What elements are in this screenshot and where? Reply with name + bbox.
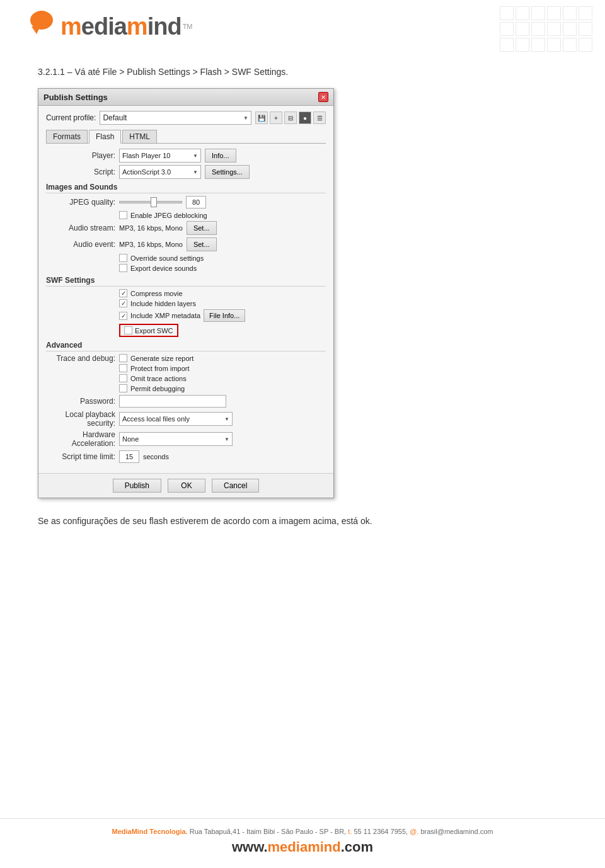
main-content: 3.2.1.1 – Vá até File > Publish Settings… <box>0 48 605 545</box>
profile-select[interactable]: Default ▼ <box>100 111 251 125</box>
audio-event-label: Audio event: <box>46 240 115 249</box>
export-device-row: Export device sounds <box>119 264 326 272</box>
trace-options: Generate size report Protect from import… <box>119 354 193 392</box>
password-input[interactable] <box>119 395 226 408</box>
compress-movie-row: Compress movie <box>119 289 326 297</box>
footer-website: www.mediamind.com <box>25 839 580 855</box>
caption-text: Se as configurações de seu flash estiver… <box>38 516 567 526</box>
settings-button[interactable]: Settings... <box>205 165 250 179</box>
export-device-label: Export device sounds <box>130 265 197 272</box>
enable-jpeg-row: Enable JPEG deblocking <box>119 211 326 219</box>
footer-address: Rua Tabapuã,41 - Itaim Bibi - São Paulo … <box>190 828 346 835</box>
script-time-input[interactable]: 15 <box>119 450 139 463</box>
footer-tel: 55 11 2364 7955, <box>354 828 408 835</box>
omit-trace-checkbox[interactable] <box>119 374 127 382</box>
include-xmp-checkbox[interactable] <box>119 312 127 320</box>
script-label: Script: <box>46 168 115 176</box>
profile-label: Current profile: <box>46 113 96 122</box>
profile-menu-icon[interactable]: ☰ <box>313 111 326 124</box>
local-playback-select[interactable]: Access local files only ▼ <box>119 412 233 426</box>
profile-dropdown-arrow: ▼ <box>243 115 248 121</box>
file-info-button[interactable]: File Info... <box>204 309 245 322</box>
info-button[interactable]: Info... <box>205 149 236 163</box>
permit-debug-row: Permit debugging <box>119 384 193 392</box>
password-row: Password: <box>46 395 326 408</box>
hardware-accel-arrow: ▼ <box>224 437 229 442</box>
generate-size-label: Generate size report <box>130 355 193 362</box>
audio-stream-set-button[interactable]: Set... <box>187 221 217 235</box>
footer-at-label: @. <box>410 828 418 835</box>
trace-debug-row: Trace and debug: Generate size report Pr… <box>46 354 326 392</box>
dialog-footer: Publish OK Cancel <box>38 473 333 498</box>
export-swc-label: Export SWC <box>135 327 173 334</box>
enable-jpeg-checkbox[interactable] <box>119 211 127 219</box>
trace-debug-label: Trace and debug: <box>46 354 115 363</box>
override-sound-checkbox[interactable] <box>119 254 127 262</box>
include-xmp-label: Include XMP metadata <box>130 312 200 319</box>
script-select[interactable]: ActionScript 3.0 ▼ <box>119 165 201 179</box>
enable-jpeg-label: Enable JPEG deblocking <box>130 212 207 219</box>
profile-row: Current profile: Default ▼ 💾 + ⊟ ● ☰ <box>46 111 326 125</box>
footer-tel-label: t. <box>348 828 352 835</box>
footer-www: www. <box>232 839 268 855</box>
logo: mediamind TM <box>25 11 580 42</box>
hardware-accel-label: Hardware Acceleration: <box>46 430 115 448</box>
deco-grid <box>500 6 592 52</box>
script-arrow: ▼ <box>193 169 198 175</box>
jpeg-slider-thumb[interactable] <box>151 197 157 207</box>
dialog-wrapper: Publish Settings ✕ Current profile: Defa… <box>38 88 567 498</box>
section-advanced: Advanced <box>46 341 326 351</box>
logo-tm: TM <box>183 23 193 30</box>
audio-stream-label: Audio stream: <box>46 224 115 232</box>
jpeg-slider-track[interactable] <box>119 201 182 203</box>
profile-save-icon[interactable]: 💾 <box>255 111 268 124</box>
permit-debug-checkbox[interactable] <box>119 384 127 392</box>
player-arrow: ▼ <box>193 153 198 159</box>
generate-size-row: Generate size report <box>119 354 193 362</box>
audio-stream-row: Audio stream: MP3, 16 kbps, Mono Set... <box>46 221 326 235</box>
profile-icons: 💾 + ⊟ ● ☰ <box>255 111 326 124</box>
export-swc-row: Export SWC <box>119 324 326 337</box>
tab-formats[interactable]: Formats <box>46 130 88 143</box>
hardware-accel-select[interactable]: None ▼ <box>119 432 233 446</box>
profile-info-icon[interactable]: ● <box>299 111 311 124</box>
ok-button[interactable]: OK <box>168 479 205 493</box>
include-hidden-row: Include hidden layers <box>119 299 326 307</box>
export-swc-highlight: Export SWC <box>119 324 178 337</box>
dialog-title: Publish Settings <box>43 93 108 102</box>
tab-html[interactable]: HTML <box>122 130 157 143</box>
script-row: Script: ActionScript 3.0 ▼ Settings... <box>46 165 326 179</box>
protect-import-checkbox[interactable] <box>119 364 127 372</box>
compress-movie-checkbox[interactable] <box>119 289 127 297</box>
profile-add-icon[interactable]: + <box>270 111 282 124</box>
player-row: Player: Flash Player 10 ▼ Info... <box>46 149 326 163</box>
omit-trace-row: Omit trace actions <box>119 374 193 382</box>
tab-flash[interactable]: Flash <box>89 130 121 144</box>
jpeg-quality-label: JPEG quality: <box>46 198 115 207</box>
script-time-unit: seconds <box>143 453 169 460</box>
export-swc-checkbox[interactable] <box>124 326 132 334</box>
footer-website-brand: mediamind <box>268 839 341 855</box>
profile-dup-icon[interactable]: ⊟ <box>284 111 297 124</box>
cancel-button[interactable]: Cancel <box>212 479 259 493</box>
generate-size-checkbox[interactable] <box>119 354 127 362</box>
logo-icon <box>25 9 58 42</box>
player-select[interactable]: Flash Player 10 ▼ <box>119 149 201 163</box>
omit-trace-label: Omit trace actions <box>130 375 187 382</box>
logo-text: mediamind <box>60 13 182 40</box>
tabs-row: Formats Flash HTML <box>46 130 326 144</box>
script-time-label: Script time limit: <box>46 452 115 461</box>
publish-settings-dialog: Publish Settings ✕ Current profile: Defa… <box>38 88 334 498</box>
audio-stream-value: MP3, 16 kbps, Mono <box>119 224 183 232</box>
section-swf-settings: SWF Settings <box>46 276 326 287</box>
audio-event-value: MP3, 16 kbps, Mono <box>119 241 183 248</box>
audio-event-row: Audio event: MP3, 16 kbps, Mono Set... <box>46 237 326 251</box>
footer-line1: MediaMind Tecnologia. Rua Tabapuã,41 - I… <box>25 828 580 835</box>
export-device-checkbox[interactable] <box>119 264 127 272</box>
include-xmp-row: Include XMP metadata File Info... <box>119 309 326 322</box>
dialog-close-button[interactable]: ✕ <box>318 92 328 102</box>
svg-marker-1 <box>32 26 40 34</box>
audio-event-set-button[interactable]: Set... <box>187 237 217 251</box>
publish-button[interactable]: Publish <box>113 479 161 493</box>
include-hidden-checkbox[interactable] <box>119 299 127 307</box>
